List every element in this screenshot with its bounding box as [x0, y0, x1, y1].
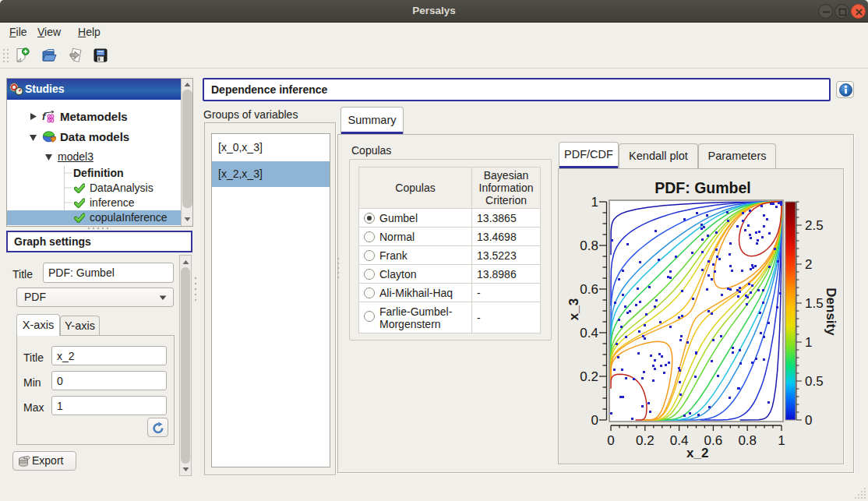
svg-text:0.8: 0.8 [738, 433, 757, 448]
svg-text:0: 0 [591, 413, 598, 428]
svg-text:0.5: 0.5 [805, 374, 824, 389]
svg-text:1: 1 [805, 335, 812, 350]
svg-text:0.4: 0.4 [670, 433, 689, 448]
svg-text:PDF: Gumbel: PDF: Gumbel [655, 179, 751, 196]
svg-text:0.8: 0.8 [580, 238, 598, 253]
svg-text:1: 1 [591, 195, 598, 210]
svg-text:0: 0 [805, 413, 812, 428]
svg-text:2.5: 2.5 [805, 218, 824, 233]
svg-text:0.6: 0.6 [580, 282, 598, 297]
svg-text:1.5: 1.5 [805, 296, 824, 311]
svg-text:0.4: 0.4 [580, 326, 598, 340]
svg-text:0.2: 0.2 [580, 369, 598, 384]
svg-text:0: 0 [607, 433, 614, 448]
svg-text:1: 1 [778, 433, 785, 448]
svg-text:0.2: 0.2 [636, 433, 655, 448]
svg-text:2: 2 [805, 257, 812, 272]
